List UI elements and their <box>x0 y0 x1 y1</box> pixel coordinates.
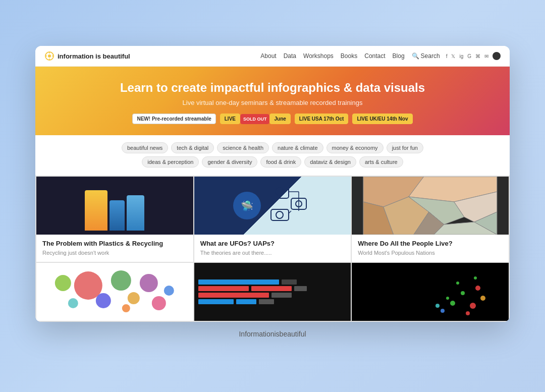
svg-point-29 <box>68 298 78 308</box>
search-icon: 🔍 <box>412 52 419 60</box>
svg-point-35 <box>450 301 455 306</box>
bar-grey-3 <box>271 293 292 298</box>
svg-point-42 <box>446 297 449 300</box>
ufo-icon: 🛸 <box>233 192 261 219</box>
svg-point-44 <box>435 304 440 308</box>
svg-point-26 <box>96 293 111 308</box>
bar-red-3 <box>198 293 269 298</box>
tag-tech-digital[interactable]: tech & digital <box>171 142 214 153</box>
svg-point-41 <box>466 311 470 315</box>
article-subtitle-ufos: The theories are out there..... <box>200 250 345 256</box>
article-bars[interactable] <box>194 263 351 321</box>
page-footer: Informationisbeautiful <box>231 322 314 346</box>
svg-point-38 <box>441 309 445 313</box>
thumb-scatter <box>352 263 509 321</box>
thumb-ufos: 🛸 <box>194 177 351 235</box>
bar-red-2 <box>198 286 249 291</box>
bar-grey-2 <box>294 286 307 291</box>
article-info-people: Where Do All the People Live? World Most… <box>352 235 509 262</box>
svg-rect-34 <box>352 263 485 321</box>
tag-dataviz-design[interactable]: dataviz & design <box>304 156 356 167</box>
browser-window: information is beautiful About Data Work… <box>35 46 510 322</box>
logo-text: information is beautiful <box>58 52 130 60</box>
bar-blue-4b <box>236 299 256 304</box>
tag-food-drink[interactable]: food & drink <box>260 156 301 167</box>
svg-point-28 <box>140 274 158 292</box>
hero-banner: Learn to create impactful infographics &… <box>35 67 510 135</box>
svg-point-31 <box>55 275 71 291</box>
nav-links: About Data Workshops Books Contact Blog … <box>260 52 440 60</box>
article-plastics[interactable]: The Problem with Plastics & Recycling Re… <box>36 177 193 262</box>
badge-live-uk[interactable]: LIVE UK/EU 14th Nov <box>352 114 412 124</box>
logo-icon <box>44 51 54 61</box>
tag-science-health[interactable]: science & health <box>217 142 269 153</box>
plastic-shape-3 <box>127 195 144 231</box>
article-ufos[interactable]: 🛸 What are UFOs? UAPs? The theories are … <box>194 177 351 262</box>
site-logo[interactable]: information is beautiful <box>44 51 130 61</box>
filter-section: beautiful news tech & digital science & … <box>35 135 510 176</box>
tag-nature-climate[interactable]: nature & climate <box>272 142 323 153</box>
badge-live-usa[interactable]: LIVE USA 17th Oct <box>295 114 349 124</box>
article-subtitle-plastics: Recycling just doesn't work <box>42 250 187 256</box>
goodreads-icon[interactable]: G <box>467 53 471 59</box>
plastic-shape-2 <box>110 200 125 231</box>
nav-search[interactable]: 🔍 Search <box>412 52 440 60</box>
svg-point-45 <box>474 276 477 279</box>
svg-point-37 <box>470 303 476 309</box>
svg-point-32 <box>122 304 130 312</box>
svg-point-36 <box>461 291 465 295</box>
voronoi-chart <box>352 177 509 235</box>
tag-ideas-perception[interactable]: ideas & perception <box>142 156 199 167</box>
navbar: information is beautiful About Data Work… <box>35 46 510 67</box>
svg-point-30 <box>152 296 166 310</box>
dark-mode-toggle[interactable] <box>493 52 501 60</box>
twitter-icon[interactable]: 𝕏 <box>451 53 455 59</box>
badge-live[interactable]: LIVE <box>220 114 240 124</box>
badge-june[interactable]: June <box>269 114 290 124</box>
tag-gender-diversity[interactable]: gender & diversity <box>202 156 257 167</box>
rss-icon[interactable]: ⌘ <box>475 53 480 59</box>
badge-new[interactable]: NEW! Pre-recorded streamable <box>132 114 215 124</box>
bar-grey-1 <box>282 279 297 285</box>
facebook-icon[interactable]: f <box>446 53 448 59</box>
social-icons: f 𝕏 ig G ⌘ ✉ <box>446 52 501 60</box>
email-icon[interactable]: ✉ <box>484 53 488 59</box>
nav-data[interactable]: Data <box>284 52 296 60</box>
nav-blog[interactable]: Blog <box>393 52 405 60</box>
article-info-plastics: The Problem with Plastics & Recycling Re… <box>36 235 193 262</box>
bar-red-2b <box>251 286 292 291</box>
tag-beautiful-news[interactable]: beautiful news <box>122 142 168 153</box>
bar-row-1 <box>198 279 347 285</box>
footer-label: Informationisbeautiful <box>239 330 306 338</box>
article-title-people: Where Do All the People Live? <box>358 240 503 248</box>
thumb-bars <box>194 263 351 321</box>
svg-point-7 <box>276 188 284 196</box>
bar-grey-4 <box>259 299 274 304</box>
svg-point-43 <box>480 296 485 301</box>
badge-sold-out[interactable]: SOLD OUT <box>240 114 270 124</box>
tag-arts-culture[interactable]: arts & culture <box>359 156 403 167</box>
bar-blue-4 <box>198 299 234 304</box>
filter-tags-row2: ideas & perception gender & diversity fo… <box>45 156 500 167</box>
article-bubbles[interactable] <box>36 263 193 321</box>
article-subtitle-people: World Most's Populous Nations <box>358 250 503 256</box>
article-scatter[interactable] <box>352 263 509 321</box>
nav-books[interactable]: Books <box>341 52 357 60</box>
nav-about[interactable]: About <box>260 52 276 60</box>
article-people[interactable]: Where Do All the People Live? World Most… <box>352 177 509 262</box>
hero-badges: NEW! Pre-recorded streamable LIVESOLD OU… <box>45 114 500 124</box>
svg-point-25 <box>111 270 131 291</box>
nav-workshops[interactable]: Workshops <box>303 52 334 60</box>
ufo-diagram <box>266 183 311 229</box>
svg-point-40 <box>475 286 480 291</box>
tag-just-for-fun[interactable]: just for fun <box>387 142 423 153</box>
instagram-icon[interactable]: ig <box>459 53 463 59</box>
filter-tags-row1: beautiful news tech & digital science & … <box>45 142 500 153</box>
hero-subtitle: Live virtual one-day seminars & streamab… <box>45 99 500 106</box>
tag-money-economy[interactable]: money & economy <box>326 142 384 153</box>
svg-point-14 <box>276 211 283 218</box>
svg-point-1 <box>48 54 51 58</box>
search-label[interactable]: Search <box>421 52 440 60</box>
nav-contact[interactable]: Contact <box>364 52 385 60</box>
plastic-shape-1 <box>85 190 107 231</box>
